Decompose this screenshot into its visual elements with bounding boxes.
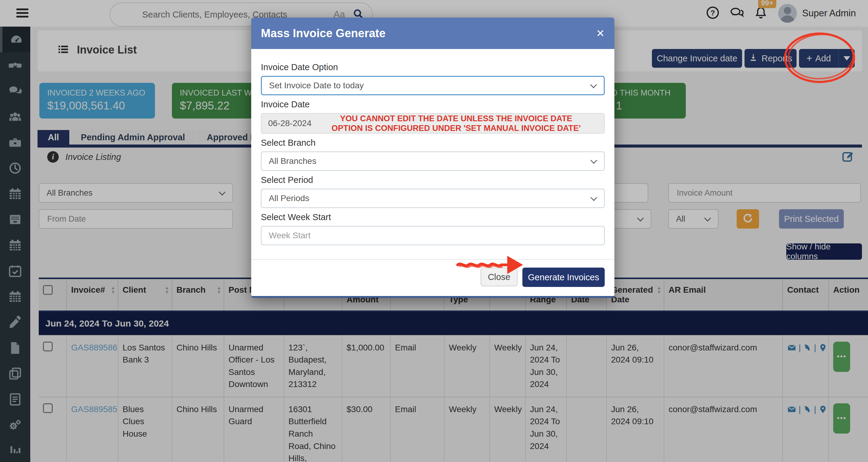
invoice-date-option-label: Invoice Date Option <box>261 62 605 72</box>
period-select[interactable]: All Periods <box>261 189 605 208</box>
invoice-date-label: Invoice Date <box>261 99 605 109</box>
close-icon[interactable]: ✕ <box>596 27 605 39</box>
select-week-start-label: Select Week Start <box>261 212 605 222</box>
modal-header: Mass Invoice Generate ✕ <box>251 18 614 49</box>
invoice-date-warning: YOU CANNOT EDIT THE DATE UNLESS THE INVO… <box>312 113 600 134</box>
generate-invoices-button[interactable]: Generate Invoices <box>522 268 605 287</box>
select-branch-label: Select Branch <box>261 138 605 148</box>
invoice-date-option-select[interactable]: Set Invoice Date to today <box>261 76 605 95</box>
select-period-label: Select Period <box>261 175 605 185</box>
modal-title: Mass Invoice Generate <box>261 27 385 40</box>
close-button[interactable]: Close <box>480 268 518 286</box>
week-start-input[interactable] <box>261 226 605 245</box>
invoice-date-field: YOU CANNOT EDIT THE DATE UNLESS THE INVO… <box>261 113 605 134</box>
branch-select[interactable]: All Branches <box>261 152 605 171</box>
modal-footer: Close Generate Invoices <box>251 259 614 296</box>
app-screen: Aa ? 99+ Super Admin Invoic <box>0 0 868 462</box>
mass-invoice-generate-modal: Mass Invoice Generate ✕ Invoice Date Opt… <box>251 18 614 298</box>
